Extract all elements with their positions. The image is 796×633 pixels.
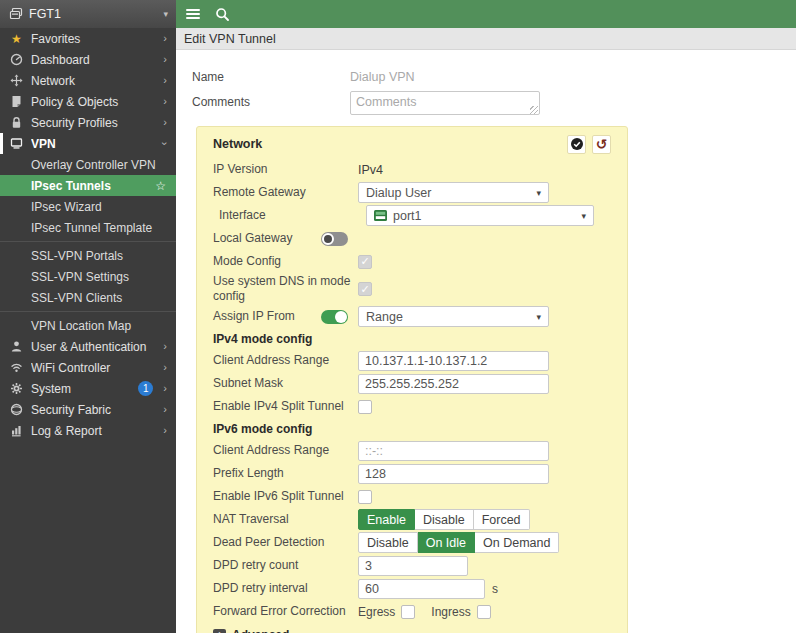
dpd-retry-interval-input[interactable] <box>358 579 485 599</box>
sidebar-item-security-profiles[interactable]: Security Profiles › <box>0 112 176 133</box>
prefix-length-label: Prefix Length <box>213 466 354 481</box>
assign-ip-from-toggle[interactable] <box>321 310 348 324</box>
sidebar-divider <box>0 311 176 312</box>
fabric-icon <box>9 403 24 416</box>
chevron-right-icon: › <box>163 425 167 436</box>
apply-section-button[interactable] <box>567 135 586 154</box>
sidebar-item-ssl-vpn-clients[interactable]: SSL-VPN Clients <box>0 287 176 308</box>
ingress-checkbox[interactable] <box>477 605 491 619</box>
sidebar-item-ipsec-tunnel-template[interactable]: IPsec Tunnel Template <box>0 217 176 238</box>
seconds-unit-label: s <box>492 582 498 596</box>
ipv4-split-tunnel-label: Enable IPv4 Split Tunnel <box>213 399 354 414</box>
ipv4-client-address-range-input[interactable] <box>358 351 549 371</box>
ipv6-mode-config-header: IPv6 mode config <box>213 418 611 439</box>
ipv4-client-address-range-label: Client Address Range <box>213 353 354 368</box>
dpd-on-idle-button[interactable]: On Idle <box>418 532 475 553</box>
star-icon: ★ <box>9 33 24 45</box>
nat-traversal-forced-button[interactable]: Forced <box>474 509 530 530</box>
ipv6-client-address-range-input[interactable] <box>358 441 549 461</box>
prefix-length-input[interactable] <box>358 464 549 484</box>
ipv6-split-tunnel-checkbox[interactable] <box>358 490 372 504</box>
dpd-disable-button[interactable]: Disable <box>358 532 418 553</box>
interface-select[interactable]: port1 ▾ <box>366 205 594 226</box>
tunnel-name-value: Dialup VPN <box>350 66 415 84</box>
edit-vpn-tunnel-form: Name Dialup VPN Comments Network <box>176 50 796 633</box>
revert-section-button[interactable]: ↺ <box>592 135 611 154</box>
chevron-right-icon: › <box>163 75 167 86</box>
sidebar-item-ssl-vpn-settings[interactable]: SSL-VPN Settings <box>0 266 176 287</box>
gear-icon <box>9 382 24 395</box>
menu-icon[interactable] <box>186 9 200 19</box>
device-selector[interactable]: FGT1 ▾ <box>0 0 176 28</box>
dpd-retry-count-label: DPD retry count <box>213 558 354 573</box>
chevron-right-icon: › <box>163 33 167 44</box>
top-toolbar <box>176 0 796 28</box>
sidebar-item-vpn-location-map[interactable]: VPN Location Map <box>0 315 176 336</box>
page-title: Edit VPN Tunnel <box>184 32 276 46</box>
monitor-icon <box>9 137 24 150</box>
nat-traversal-label: NAT Traversal <box>213 512 354 527</box>
network-section: Network ↺ IP Version IPv4 Rem <box>196 126 628 633</box>
sidebar-item-system[interactable]: System 1 › <box>0 378 176 399</box>
caret-down-icon: ▾ <box>536 312 541 322</box>
dead-peer-detection-label: Dead Peer Detection <box>213 535 354 550</box>
comments-field[interactable] <box>350 91 540 115</box>
chevron-right-icon: › <box>163 383 167 394</box>
device-name: FGT1 <box>29 7 61 21</box>
ipv4-mode-config-header: IPv4 mode config <box>213 328 611 349</box>
system-dns-checkbox[interactable]: ✓ <box>358 282 372 296</box>
dead-peer-detection-segmented: Disable On Idle On Demand <box>358 532 559 553</box>
interface-icon <box>374 210 387 221</box>
nat-traversal-segmented: Enable Disable Forced <box>358 509 530 530</box>
ipv6-split-tunnel-label: Enable IPv6 Split Tunnel <box>213 489 354 504</box>
nat-traversal-enable-button[interactable]: Enable <box>358 509 415 530</box>
caret-down-icon: ▾ <box>536 188 541 198</box>
document-icon <box>9 95 24 108</box>
gauge-icon <box>9 53 24 66</box>
chevron-right-icon: › <box>163 96 167 107</box>
main-area: Edit VPN Tunnel Name Dialup VPN Comments… <box>176 0 796 633</box>
advanced-expander[interactable]: + Advanced... <box>213 628 611 633</box>
sidebar-item-user-authentication[interactable]: User & Authentication › <box>0 336 176 357</box>
subnet-mask-label: Subnet Mask <box>213 376 354 391</box>
notification-badge: 1 <box>138 381 153 396</box>
sidebar-item-network[interactable]: Network › <box>0 70 176 91</box>
favorite-star-icon[interactable]: ☆ <box>155 179 166 193</box>
sidebar-item-ipsec-wizard[interactable]: IPsec Wizard <box>0 196 176 217</box>
plus-icon: + <box>213 629 226 633</box>
section-title: Network <box>213 137 262 151</box>
breadcrumb: Edit VPN Tunnel <box>176 28 796 50</box>
assign-ip-from-select[interactable]: Range ▾ <box>358 306 549 327</box>
local-gateway-label: Local Gateway <box>213 231 321 246</box>
search-icon[interactable] <box>215 7 230 22</box>
sidebar-item-overlay-controller-vpn[interactable]: Overlay Controller VPN <box>0 154 176 175</box>
chevron-down-icon: › <box>160 142 171 146</box>
app-window: FGT1 ▾ ★ Favorites › Dashboard › Network… <box>0 0 796 633</box>
nat-traversal-disable-button[interactable]: Disable <box>415 509 474 530</box>
sidebar-item-ipsec-tunnels[interactable]: IPsec Tunnels ☆ <box>0 175 176 196</box>
dpd-on-demand-button[interactable]: On Demand <box>475 532 559 553</box>
egress-label: Egress <box>358 605 395 619</box>
check-icon: ✓ <box>360 284 369 295</box>
sidebar-item-favorites[interactable]: ★ Favorites › <box>0 28 176 49</box>
egress-checkbox[interactable] <box>401 605 415 619</box>
sidebar-item-dashboard[interactable]: Dashboard › <box>0 49 176 70</box>
sidebar-item-ssl-vpn-portals[interactable]: SSL-VPN Portals <box>0 245 176 266</box>
ipv6-client-address-range-label: Client Address Range <box>213 443 354 458</box>
mode-config-checkbox[interactable]: ✓ <box>358 255 372 269</box>
remote-gateway-select[interactable]: Dialup User ▾ <box>358 182 549 203</box>
local-gateway-toggle[interactable] <box>321 232 348 246</box>
lock-icon <box>9 116 24 129</box>
sidebar-item-security-fabric[interactable]: Security Fabric › <box>0 399 176 420</box>
comments-label: Comments <box>192 91 350 109</box>
dpd-retry-count-input[interactable] <box>358 556 468 576</box>
sidebar-item-vpn[interactable]: VPN › <box>0 133 176 154</box>
ipv4-split-tunnel-checkbox[interactable] <box>358 400 372 414</box>
device-caret-icon: ▾ <box>163 9 168 19</box>
subnet-mask-input[interactable] <box>358 374 549 394</box>
undo-icon: ↺ <box>596 137 608 151</box>
sidebar-item-log-report[interactable]: Log & Report › <box>0 420 176 441</box>
sidebar-item-policy-objects[interactable]: Policy & Objects › <box>0 91 176 112</box>
ingress-label: Ingress <box>431 605 470 619</box>
sidebar-item-wifi-controller[interactable]: WiFi Controller › <box>0 357 176 378</box>
